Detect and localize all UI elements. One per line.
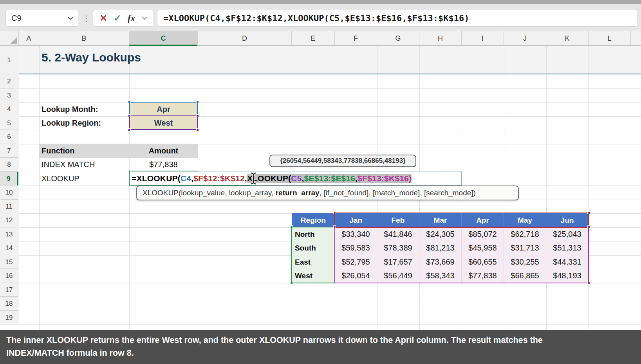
selection-handle[interactable] bbox=[290, 225, 293, 228]
signature-suffix: , [if_not_found], [match_mode], [search_… bbox=[320, 189, 476, 197]
column-header-b[interactable]: B bbox=[39, 31, 129, 45]
excel-window: C9 ⋮ ✕ ✓ fx =XLOOKUP(C4,$F$12:$K$12,XLOO… bbox=[0, 0, 641, 364]
row-header-18[interactable]: 18 bbox=[0, 297, 18, 311]
cell-b8-index-match[interactable]: INDEX MATCH bbox=[42, 157, 95, 171]
row-header-9[interactable]: 9 bbox=[0, 172, 18, 186]
cell-c4-lookup-month[interactable]: Apr bbox=[129, 102, 198, 116]
formula-bar-area: C9 ⋮ ✕ ✓ fx =XLOOKUP(C4,$F$12:$K$12,XLOO… bbox=[0, 4, 641, 31]
selection-handle[interactable] bbox=[587, 282, 590, 285]
cell-b9-xlookup[interactable]: XLOOKUP bbox=[42, 171, 79, 186]
formula-bar-input[interactable]: =XLOOKUP(C4,$F$12:$K$12,XLOOKUP(C5,$E$13… bbox=[157, 10, 638, 27]
column-header-l[interactable]: L bbox=[589, 31, 631, 45]
gridline bbox=[19, 130, 641, 130]
selection-handle[interactable] bbox=[333, 211, 336, 214]
chevron-down-icon[interactable] bbox=[142, 16, 147, 20]
range-border-months-f12-k12 bbox=[334, 213, 589, 228]
amount-header: Amount bbox=[129, 144, 198, 158]
column-headers: ABCDEFGHIJKL bbox=[0, 31, 641, 46]
select-all-button[interactable] bbox=[0, 31, 19, 45]
signature-prefix: XLOOKUP(lookup_value, lookup_array, bbox=[143, 189, 276, 197]
row-header-8[interactable]: 8 bbox=[0, 158, 18, 172]
function-signature-tooltip: XLOOKUP(lookup_value, lookup_array, retu… bbox=[136, 186, 519, 200]
column-header-i[interactable]: I bbox=[462, 31, 504, 45]
insert-function-icon[interactable]: fx bbox=[128, 13, 135, 23]
selection-handle[interactable] bbox=[128, 128, 131, 131]
column-header-d[interactable]: D bbox=[198, 31, 292, 45]
formula-token: C4 bbox=[181, 174, 191, 183]
selection-handle[interactable] bbox=[587, 211, 590, 214]
column-header-a[interactable]: A bbox=[19, 31, 39, 45]
gridline bbox=[19, 102, 641, 103]
sheet-title: 5. 2-Way Lookups bbox=[42, 51, 141, 64]
column-header-h[interactable]: H bbox=[419, 31, 462, 45]
row-header-12[interactable]: 12 bbox=[0, 213, 18, 227]
row-header-16[interactable]: 16 bbox=[0, 269, 18, 283]
formula-buttons: ✕ ✓ fx bbox=[93, 10, 154, 27]
column-header-e[interactable]: E bbox=[292, 31, 335, 45]
column-header-g[interactable]: G bbox=[377, 31, 419, 45]
gridline bbox=[19, 297, 641, 297]
table-header-region[interactable]: Region bbox=[292, 213, 335, 227]
row-header-3[interactable]: 3 bbox=[0, 88, 18, 103]
row-header-4[interactable]: 4 bbox=[0, 102, 18, 116]
formula-token: $F$12:$K$12 bbox=[193, 174, 245, 183]
cancel-icon[interactable]: ✕ bbox=[99, 13, 107, 23]
column-header-f[interactable]: F bbox=[335, 31, 377, 45]
formula-token: $F$13:$K$16 bbox=[358, 174, 409, 183]
lookup-month-label: Lookup Month: bbox=[42, 102, 98, 116]
gridline bbox=[19, 324, 641, 325]
chevron-down-icon[interactable] bbox=[67, 16, 74, 20]
row-header-11[interactable]: 11 bbox=[0, 200, 18, 214]
row-header-14[interactable]: 14 bbox=[0, 241, 18, 255]
column-header-j[interactable]: J bbox=[504, 31, 546, 45]
selection-handle[interactable] bbox=[196, 128, 199, 131]
cell-c8-index-match-value[interactable]: $77,838 bbox=[129, 157, 198, 171]
gridline bbox=[19, 116, 641, 117]
lookup-region-label: Lookup Region: bbox=[42, 116, 101, 130]
selection-handle[interactable] bbox=[128, 114, 131, 117]
row-header-1[interactable]: 1 bbox=[0, 46, 18, 74]
text-cursor-icon bbox=[249, 171, 258, 186]
gridline bbox=[19, 311, 641, 311]
column-header-k[interactable]: K bbox=[546, 31, 589, 45]
selection-handle[interactable] bbox=[196, 101, 199, 103]
row-header-5[interactable]: 5 bbox=[0, 116, 18, 130]
selection-handle[interactable] bbox=[333, 225, 336, 228]
formula-token: =XLOOKUP( bbox=[132, 174, 181, 183]
column-header-c[interactable]: C bbox=[129, 31, 198, 45]
enter-icon[interactable]: ✓ bbox=[114, 13, 121, 23]
select-all-triangle-icon bbox=[10, 37, 17, 44]
selection-handle[interactable] bbox=[196, 114, 199, 117]
gridline bbox=[19, 88, 641, 89]
range-border-regions-e13-e16 bbox=[291, 227, 335, 283]
row-header-6[interactable]: 6 bbox=[0, 130, 18, 144]
selection-handle[interactable] bbox=[587, 225, 590, 228]
selection-handle[interactable] bbox=[290, 282, 293, 285]
drag-handle-dots-icon[interactable]: ⋮ bbox=[82, 10, 90, 27]
row-header-17[interactable]: 17 bbox=[0, 283, 18, 297]
formula-token: ) bbox=[409, 174, 412, 183]
row-header-15[interactable]: 15 bbox=[0, 255, 18, 269]
row-header-2[interactable]: 2 bbox=[0, 74, 18, 88]
row-header-7[interactable]: 7 bbox=[0, 144, 18, 158]
window-top-strip bbox=[0, 0, 641, 4]
cell-c9-formula-text[interactable]: =XLOOKUP(C4,$F$12:$K$12,XLOOKUP(C5,$E$13… bbox=[132, 171, 412, 186]
row-header-19[interactable]: 19 bbox=[0, 311, 18, 325]
name-box[interactable]: C9 bbox=[5, 10, 78, 27]
array-result-tooltip: {26054,56449,58343,77838,66865,48193} bbox=[269, 155, 416, 167]
formula-token: C5 bbox=[291, 174, 302, 183]
signature-return-array: return_array bbox=[276, 189, 320, 197]
range-border-data-f13-k16 bbox=[334, 227, 589, 283]
row-header-13[interactable]: 13 bbox=[0, 227, 18, 241]
heading-underline bbox=[19, 74, 641, 74]
caption-bar: The inner XLOOKUP returns the entire Wes… bbox=[0, 330, 641, 364]
active-cell-border bbox=[129, 171, 130, 186]
function-header: Function bbox=[42, 144, 74, 158]
formula-token: $E$13:$E$16 bbox=[304, 174, 356, 183]
cell-c5-lookup-region[interactable]: West bbox=[129, 115, 198, 130]
row-header-10[interactable]: 10 bbox=[0, 186, 18, 200]
selection-handle[interactable] bbox=[128, 101, 131, 103]
name-box-value: C9 bbox=[11, 14, 67, 23]
